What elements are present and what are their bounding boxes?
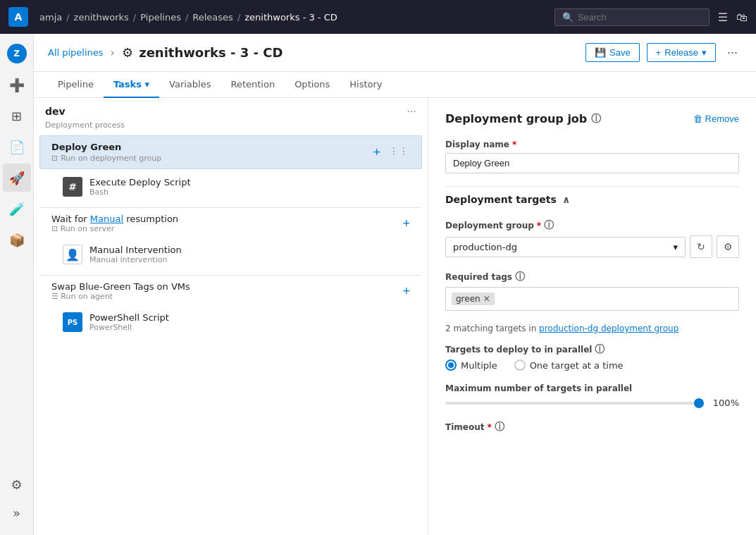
task-info: Execute Deploy Script Bash (89, 177, 410, 197)
task-name: Manual Intervention (89, 245, 410, 255)
sidebar-item-expand[interactable]: » (3, 498, 31, 527)
radio-group: Multiple One target at a time (445, 359, 739, 371)
refresh-button[interactable]: ↻ (690, 235, 712, 258)
parallel-targets-field: Targets to deploy to in parallel ⓘ Multi… (445, 343, 739, 371)
select-chevron-icon: ▾ (673, 242, 678, 252)
topbar-right: 🔍 ☰ 🛍 (554, 8, 748, 26)
breadcrumb-zenithworks[interactable]: zenithworks (74, 12, 129, 23)
job-item-deploy-green[interactable]: Deploy Green ⊡ Run on deployment group +… (39, 135, 422, 169)
divider (445, 186, 739, 187)
radio-multiple-label: Multiple (461, 360, 497, 371)
display-name-input[interactable] (445, 153, 739, 173)
task-add-button[interactable]: + (402, 284, 410, 299)
task-info: Manual Intervention Manual intervention (89, 245, 410, 264)
deployment-group-icon: ⊡ (51, 154, 58, 163)
deployment-group-link[interactable]: production-dg deployment group (539, 324, 678, 333)
job-add-button[interactable]: + (368, 144, 385, 161)
panel-title: Deployment group job ⓘ (445, 112, 601, 125)
trash-icon: 🗑 (693, 113, 702, 124)
sidebar-item-add[interactable]: ➕ (3, 70, 31, 99)
task-item-execute-deploy[interactable]: # Execute Deploy Script Bash (39, 172, 422, 202)
tab-variables[interactable]: Variables (159, 72, 221, 98)
stage-title: dev (45, 106, 66, 117)
chevron-icon: › (111, 46, 115, 59)
radio-one-target[interactable]: One target at a time (514, 359, 624, 371)
page-header: All pipelines › ⚙ zenithworks - 3 - CD 💾… (34, 34, 756, 72)
bag-icon[interactable]: 🛍 (736, 11, 748, 24)
remove-button[interactable]: 🗑 Remove (693, 113, 739, 124)
settings-icon: ⚙ (11, 477, 22, 492)
search-box[interactable]: 🔍 (554, 8, 709, 26)
task-item-wait-manual[interactable]: Wait for Manual resumption ⊡ Run on serv… (39, 207, 422, 238)
sidebar-item-settings[interactable]: ⚙ (3, 470, 31, 498)
tag-remove-button[interactable]: ✕ (483, 294, 490, 304)
stage-more-button[interactable]: ··· (407, 105, 416, 118)
tab-options[interactable]: Options (285, 72, 340, 98)
pipeline-panel: dev ··· Deployment process Deploy Green … (34, 98, 428, 535)
breadcrumb-releases[interactable]: Releases (192, 12, 233, 23)
search-input[interactable] (578, 12, 702, 23)
task-name: Wait for Manual resumption (51, 214, 395, 224)
tab-tasks[interactable]: Tasks ▾ (104, 72, 159, 98)
section-toggle-icon[interactable]: ∧ (562, 194, 570, 205)
sidebar-item-artifacts[interactable]: 📦 (3, 226, 31, 254)
deployment-group-label: Deployment group * ⓘ (445, 219, 739, 232)
radio-multiple[interactable]: Multiple (445, 359, 497, 371)
more-options-button[interactable]: ··· (723, 42, 742, 63)
job-subtitle: ⊡ Run on deployment group (51, 154, 368, 163)
list-icon[interactable]: ☰ (718, 11, 728, 24)
deployment-group-select[interactable]: production-dg ▾ (445, 237, 686, 257)
ps-icon: PS (63, 312, 82, 332)
tags-input[interactable]: green ✕ (445, 287, 739, 311)
content-area: dev ··· Deployment process Deploy Green … (34, 98, 756, 535)
task-item-manual-intervention[interactable]: 👤 Manual Intervention Manual interventio… (39, 240, 422, 269)
page-title-row: All pipelines › ⚙ zenithworks - 3 - CD (48, 45, 283, 60)
deployment-group-info-icon[interactable]: ⓘ (544, 219, 554, 232)
timeout-info-icon[interactable]: ⓘ (495, 421, 504, 433)
manual-icon: 👤 (63, 245, 82, 264)
tab-retention[interactable]: Retention (221, 72, 285, 98)
save-icon: 💾 (595, 47, 606, 58)
required-tags-label: Required tags ⓘ (445, 271, 739, 283)
breadcrumb-amja[interactable]: amja (39, 12, 62, 23)
task-info: PowerShell Script PowerShell (89, 312, 410, 332)
gear-icon: ⚙ (724, 241, 733, 252)
display-name-label: Display name * (445, 140, 739, 149)
task-add-button[interactable]: + (402, 216, 410, 231)
main-content: All pipelines › ⚙ zenithworks - 3 - CD 💾… (34, 34, 756, 535)
task-item-powershell[interactable]: PS PowerShell Script PowerShell (39, 307, 422, 337)
task-type: Bash (89, 187, 410, 197)
parallel-slider[interactable] (445, 402, 704, 405)
save-button[interactable]: 💾 Save (585, 43, 640, 62)
expand-icon: » (13, 505, 20, 520)
sidebar-item-testplans[interactable]: 🧪 (3, 195, 31, 223)
radio-one-target-dot (514, 359, 526, 371)
pipeline-icon: ⚙ (122, 45, 133, 60)
page-title: ⚙ zenithworks - 3 - CD (122, 45, 283, 60)
all-pipelines-link[interactable]: All pipelines (48, 47, 104, 58)
sidebar-item-pipelines[interactable]: 🚀 (3, 164, 31, 192)
drag-handle-icon[interactable]: ⋮⋮ (388, 144, 410, 161)
release-button[interactable]: + Release ▾ (647, 43, 716, 62)
job-name: Deploy Green (51, 142, 368, 152)
manage-button[interactable]: ⚙ (717, 235, 739, 258)
sidebar: Z ➕ ⊞ 📄 🚀 🧪 📦 ⚙ » (0, 34, 34, 535)
tab-history[interactable]: History (340, 72, 392, 98)
matching-info: 2 matching targets in production-dg depl… (445, 324, 739, 333)
task-item-swap-blue-green[interactable]: Swap Blue-Green Tags on VMs ☰ Run on age… (39, 275, 422, 306)
tab-pipeline[interactable]: Pipeline (48, 72, 104, 98)
server-icon: ⊡ (51, 224, 58, 233)
sidebar-avatar[interactable]: Z (3, 39, 31, 68)
task-info: Swap Blue-Green Tags on VMs ☰ Run on age… (51, 281, 395, 301)
required-tags-info-icon[interactable]: ⓘ (515, 271, 525, 283)
refresh-icon: ↻ (697, 241, 705, 252)
timeout-field: Timeout * ⓘ (445, 421, 739, 433)
app-logo[interactable]: A (8, 7, 28, 27)
parallel-info-icon[interactable]: ⓘ (595, 343, 605, 356)
sidebar-item-repos[interactable]: 📄 (3, 133, 31, 161)
parallel-targets-label: Targets to deploy to in parallel ⓘ (445, 343, 739, 356)
task-name: Execute Deploy Script (89, 177, 410, 187)
sidebar-item-boards[interactable]: ⊞ (3, 102, 31, 130)
breadcrumb-pipelines[interactable]: Pipelines (140, 12, 181, 23)
info-icon[interactable]: ⓘ (591, 113, 601, 125)
